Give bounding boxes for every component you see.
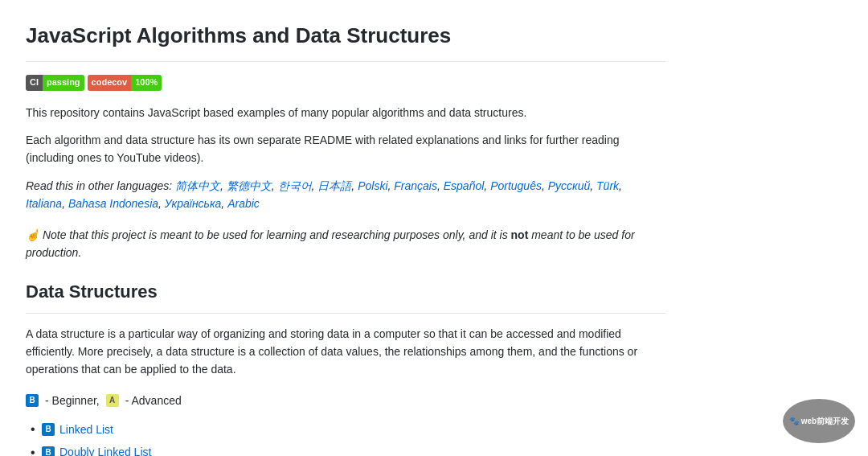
ci-badge: CI passing xyxy=(26,75,84,91)
lang-link-12[interactable]: Українська xyxy=(165,197,222,210)
lang-link-8[interactable]: Русский xyxy=(548,179,591,192)
lang-link-2[interactable]: 한국어 xyxy=(278,179,312,192)
note-block: ☝ Note that this project is meant to be … xyxy=(26,226,665,262)
languages-line: Read this in other languages: 简体中文, 繁德中文… xyxy=(26,177,665,213)
lang-link-0[interactable]: 简体中文 xyxy=(175,179,220,192)
note-text: Note that this project is meant to be us… xyxy=(26,228,635,259)
page-title: JavaScript Algorithms and Data Structure… xyxy=(26,19,665,62)
description-2: Each algorithm and data structure has it… xyxy=(26,131,665,167)
item-link[interactable]: Linked List xyxy=(59,421,113,438)
structure-list: B Linked List B Doubly Linked List B Que… xyxy=(26,421,665,456)
level-badge: B xyxy=(42,423,55,436)
note-bold: not xyxy=(511,228,529,241)
data-structures-description: A data structure is a particular way of … xyxy=(26,325,665,379)
lang-link-13[interactable]: Arabic xyxy=(227,197,260,210)
page-wrapper: JavaScript Algorithms and Data Structure… xyxy=(0,0,868,456)
lang-link-6[interactable]: Español xyxy=(444,179,485,192)
lang-link-5[interactable]: Français xyxy=(394,179,437,192)
watermark: 🐾 web前端开发 xyxy=(783,399,855,443)
data-structures-title: Data Structures xyxy=(26,277,665,313)
languages-label: Read this in other languages: xyxy=(26,179,175,192)
lang-link-7[interactable]: Português xyxy=(490,179,542,192)
lang-link-3[interactable]: 日本語 xyxy=(317,179,351,192)
item-link[interactable]: Doubly Linked List xyxy=(59,443,151,456)
legend-a-text: - Advanced xyxy=(125,392,182,409)
badges-row: CI passing codecov 100% xyxy=(26,75,665,91)
legend-a-badge: A xyxy=(106,394,119,407)
lang-link-10[interactable]: Italiana xyxy=(26,197,62,210)
level-badge: B xyxy=(42,446,55,456)
lang-link-4[interactable]: Polski xyxy=(358,179,387,192)
legend-row: B - Beginner, A - Advanced xyxy=(26,392,665,409)
lang-link-1[interactable]: 繁德中文 xyxy=(227,179,272,192)
list-item: B Linked List xyxy=(42,421,665,438)
list-item: B Doubly Linked List xyxy=(42,443,665,456)
codecov-badge: codecov 100% xyxy=(88,75,162,91)
description-1: This repository contains JavaScript base… xyxy=(26,104,665,121)
main-content: JavaScript Algorithms and Data Structure… xyxy=(0,0,691,456)
codecov-badge-value: 100% xyxy=(131,75,162,91)
ci-badge-label: CI xyxy=(26,75,43,91)
legend-b-text: - Beginner, xyxy=(45,392,100,409)
ci-badge-value: passing xyxy=(43,75,84,91)
codecov-badge-label: codecov xyxy=(88,75,132,91)
lang-link-11[interactable]: Bahasa Indonesia xyxy=(68,197,158,210)
legend-b-badge: B xyxy=(26,394,39,407)
note-emoji: ☝ xyxy=(26,228,39,241)
watermark-text: 🐾 web前端开发 xyxy=(789,416,849,427)
lang-link-9[interactable]: Türk xyxy=(596,179,619,192)
